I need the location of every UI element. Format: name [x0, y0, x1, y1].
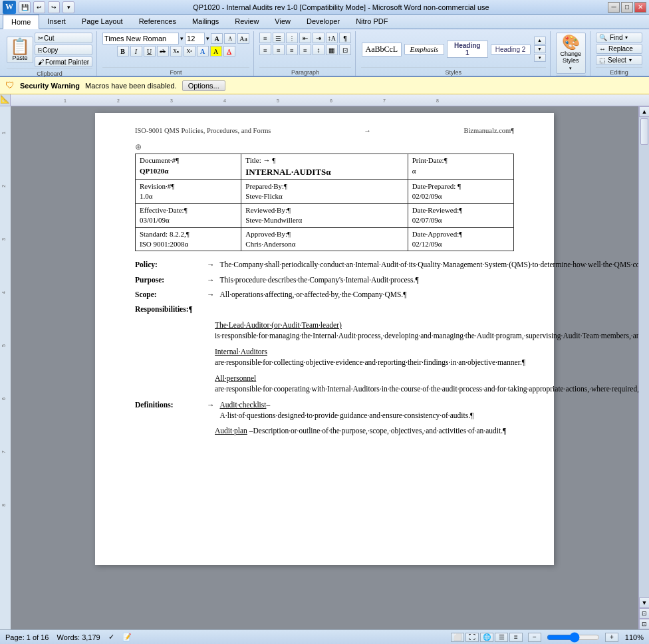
font-name-input[interactable]: [102, 33, 179, 45]
redo-quick-btn[interactable]: ↪: [48, 1, 60, 13]
font-color-btn[interactable]: A: [223, 46, 235, 56]
multilevel-btn[interactable]: ⋮: [286, 33, 298, 43]
cut-button[interactable]: ✂ Cut: [35, 33, 92, 43]
copy-button[interactable]: ⎘ Copy: [35, 45, 92, 55]
responsibility-1: The·Lead·Auditor·(or·Audit·Team·leader) …: [215, 320, 514, 341]
options-button[interactable]: Options...: [182, 80, 225, 91]
align-left-btn[interactable]: ≡: [259, 45, 271, 55]
svg-text:6: 6: [330, 98, 332, 103]
title-bar: W 💾 ↩ ↪ ▾ QP1020 - Internal Audits rev 1…: [0, 0, 649, 15]
format-painter-button[interactable]: 🖌 Format Painter: [35, 56, 92, 67]
zoom-plus-btn[interactable]: +: [605, 633, 618, 642]
reviewed-value: Steve·Mundwillerα: [245, 215, 403, 225]
borders-btn[interactable]: ⊡: [339, 45, 351, 55]
find-button[interactable]: 🔍Find▾: [596, 33, 642, 43]
font-size-input[interactable]: [185, 33, 205, 45]
styles-scroll-up-btn[interactable]: ▲: [534, 37, 546, 45]
svg-text:5: 5: [277, 98, 279, 103]
standard-value: ISO 9001:2008α: [140, 239, 237, 249]
draft-btn[interactable]: ≡: [509, 633, 523, 642]
definitions-arrow: →: [207, 399, 215, 421]
print-layout-btn[interactable]: ⬜: [451, 633, 464, 642]
document-scroll-area[interactable]: ISO-9001 QMS Policies, Procedures, and F…: [11, 106, 638, 629]
maximize-btn[interactable]: □: [621, 2, 633, 13]
paste-button[interactable]: 📋 Paste: [7, 37, 33, 63]
tab-home[interactable]: Home: [3, 15, 39, 29]
tab-nitro[interactable]: Nitro PDF: [348, 15, 396, 29]
date-appr-value: 02/12/09α: [412, 239, 509, 249]
table-handle: ⊕: [135, 142, 514, 153]
justify-btn[interactable]: ≡: [299, 45, 311, 55]
superscript-btn[interactable]: X²: [184, 46, 195, 56]
align-center-btn[interactable]: ≡: [273, 45, 285, 55]
shading-btn[interactable]: ▦: [326, 45, 338, 55]
italic-btn[interactable]: I: [130, 46, 142, 56]
strikethrough-btn[interactable]: ab: [157, 46, 169, 56]
spell-check-icon[interactable]: ✓: [108, 633, 114, 641]
purpose-text: This·procedure·describes·the·Company's·I…: [220, 274, 419, 285]
tab-developer[interactable]: Developer: [299, 15, 348, 29]
zoom-slider[interactable]: [547, 633, 600, 641]
zoom-minus-btn[interactable]: −: [528, 633, 541, 642]
policy-text: The·Company·shall·periodically·conduct·a…: [220, 259, 639, 270]
scroll-down-btn[interactable]: ▼: [639, 597, 649, 608]
responsibilities-label: Responsibilities:¶: [135, 305, 193, 313]
full-screen-btn[interactable]: ⛶: [465, 633, 479, 642]
outline-btn[interactable]: ☰: [495, 633, 508, 642]
heading2-style-btn[interactable]: Heading 2: [491, 45, 531, 54]
svg-text:8: 8: [436, 98, 439, 103]
scroll-thumb[interactable]: [640, 118, 648, 145]
scroll-up-btn[interactable]: ▲: [639, 106, 649, 117]
tab-references[interactable]: References: [131, 15, 184, 29]
title-bar-left: W 💾 ↩ ↪ ▾: [3, 1, 74, 14]
word-application: W 💾 ↩ ↪ ▾ QP1020 - Internal Audits rev 1…: [0, 0, 649, 644]
title-value: INTERNAL·AUDITSα: [245, 166, 403, 178]
save-quick-btn[interactable]: 💾: [19, 1, 31, 13]
track-changes-icon[interactable]: 📝: [122, 633, 132, 641]
zoom-level[interactable]: 110%: [624, 633, 644, 641]
web-layout-btn[interactable]: 🌐: [480, 633, 493, 642]
document-page: ISO-9001 QMS Policies, Procedures, and F…: [95, 113, 554, 565]
tab-review[interactable]: Review: [227, 15, 267, 29]
highlight-btn[interactable]: A: [210, 46, 222, 56]
editing-group: 🔍Find▾ ↔Replace ⬚Select▾ Editing: [592, 31, 646, 76]
shrink-font-btn[interactable]: A: [224, 33, 236, 44]
select-button[interactable]: ⬚Select▾: [596, 55, 642, 65]
change-styles-button[interactable]: 🎨 ChangeStyles ▾: [556, 33, 586, 74]
increase-indent-btn[interactable]: ⇥: [313, 33, 324, 43]
undo-quick-btn[interactable]: ↩: [33, 1, 45, 13]
font-name-dropdown[interactable]: ▾: [180, 35, 184, 42]
close-btn[interactable]: ✕: [634, 2, 646, 13]
tab-view[interactable]: View: [267, 15, 299, 29]
subscript-btn[interactable]: X₂: [170, 46, 182, 56]
page-down-btn[interactable]: ⊡: [639, 619, 649, 629]
align-right-btn[interactable]: ≡: [286, 45, 298, 55]
bold-btn[interactable]: B: [117, 46, 129, 56]
emphasis-style-btn[interactable]: Emphasis: [404, 44, 444, 54]
normal-style-btn[interactable]: AaBbCcL: [362, 43, 402, 56]
heading1-style-btn[interactable]: Heading 1: [447, 41, 488, 58]
qa-dropdown-btn[interactable]: ▾: [63, 1, 74, 13]
main-area: 1 2 3 4 5 6 7 8 ISO-9001 QMS Policies, P…: [0, 106, 649, 629]
underline-btn[interactable]: U: [144, 46, 156, 56]
tab-insert[interactable]: Insert: [39, 15, 74, 29]
replace-button[interactable]: ↔Replace: [596, 44, 642, 54]
numbering-btn[interactable]: ☰: [273, 33, 285, 43]
styles-scroll-down-btn[interactable]: ▼: [534, 45, 546, 53]
vertical-scrollbar[interactable]: ▲ ▼ ⊡ ⊡: [638, 106, 649, 629]
decrease-indent-btn[interactable]: ⇤: [299, 33, 311, 43]
text-effects-btn[interactable]: A: [197, 46, 209, 56]
styles-more-btn[interactable]: ▾: [534, 54, 546, 62]
minimize-btn[interactable]: ─: [608, 2, 620, 13]
tab-page-layout[interactable]: Page Layout: [74, 15, 131, 29]
prepared-value: Steve·Flickα: [245, 191, 403, 201]
sort-btn[interactable]: ↕A: [326, 33, 338, 43]
grow-font-btn[interactable]: A: [211, 33, 223, 44]
tab-mailings[interactable]: Mailings: [184, 15, 227, 29]
page-up-btn[interactable]: ⊡: [639, 608, 649, 619]
line-spacing-btn[interactable]: ↕: [313, 45, 324, 55]
show-marks-btn[interactable]: ¶: [339, 33, 351, 43]
bullets-btn[interactable]: ≡: [259, 33, 271, 43]
clear-format-btn[interactable]: Aa: [237, 33, 249, 44]
font-size-dropdown[interactable]: ▾: [206, 35, 209, 42]
